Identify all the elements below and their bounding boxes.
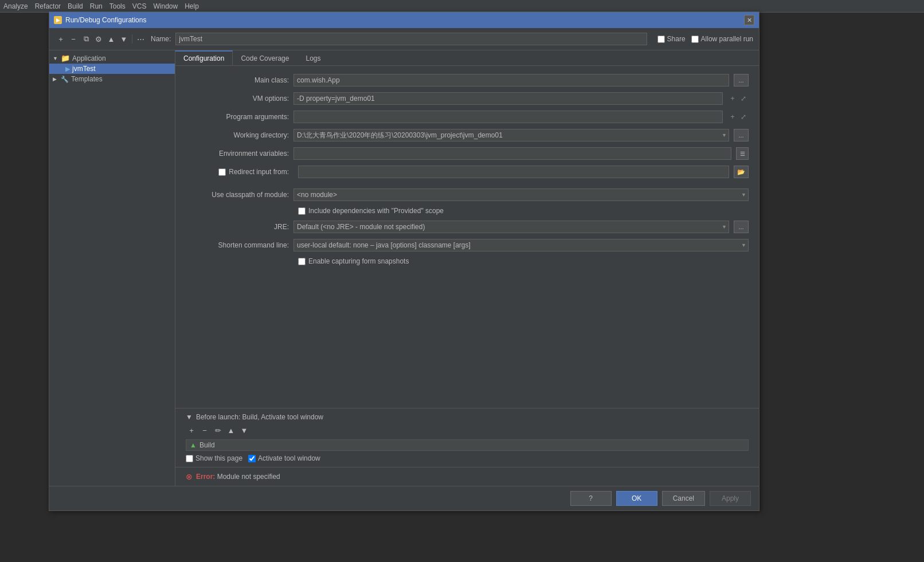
- main-class-input[interactable]: [293, 74, 729, 87]
- application-folder-icon: 📁: [61, 54, 70, 62]
- tree-item-templates[interactable]: ▶ 🔧 Templates: [49, 74, 175, 84]
- copy-config-button[interactable]: ⧉: [80, 33, 92, 45]
- allow-parallel-checkbox[interactable]: [691, 36, 699, 43]
- include-deps-row: Include dependencies with "Provided" sco…: [186, 207, 749, 215]
- share-checkbox-label[interactable]: Share: [657, 35, 686, 43]
- tree-item-application[interactable]: ▼ 📁 Application: [49, 53, 175, 64]
- environment-variables-edit-button[interactable]: ☰: [736, 147, 749, 160]
- templates-arrow-icon: ▶: [53, 76, 58, 82]
- main-class-label: Main class:: [186, 76, 289, 84]
- environment-variables-row: Environment variables: ☰: [186, 147, 749, 160]
- tab-configuration[interactable]: Configuration: [175, 50, 233, 65]
- dialog-titlebar: ▶ Run/Debug Configurations ✕: [49, 12, 759, 28]
- share-area: Share Allow parallel run: [657, 35, 753, 43]
- program-arguments-label: Program arguments:: [186, 113, 289, 121]
- move-down-button[interactable]: ▼: [118, 33, 130, 45]
- main-class-browse-button[interactable]: ...: [734, 74, 749, 87]
- working-directory-label: Working directory:: [186, 131, 289, 139]
- vm-options-expand-button[interactable]: ⤢: [738, 92, 749, 105]
- tab-code-coverage[interactable]: Code Coverage: [233, 50, 297, 65]
- dialog-icon: ▶: [54, 16, 62, 24]
- bottom-buttons: ? OK Cancel Apply: [49, 486, 759, 510]
- include-deps-label[interactable]: Include dependencies with "Provided" sco…: [298, 207, 444, 215]
- redirect-input-browse-button[interactable]: 📂: [734, 166, 749, 178]
- environment-variables-input[interactable]: [293, 147, 731, 160]
- prog-args-add-button[interactable]: +: [727, 111, 738, 123]
- toolbar: + − ⧉ ⚙ ▲ ▼ ⋯: [55, 33, 146, 45]
- jre-browse-button[interactable]: ...: [734, 221, 749, 233]
- before-launch-edit-button[interactable]: ✏: [212, 425, 224, 436]
- templates-label: Templates: [71, 75, 103, 83]
- help-button[interactable]: ?: [570, 491, 612, 506]
- working-directory-browse-button[interactable]: ...: [734, 129, 749, 142]
- vm-options-label: VM options:: [186, 95, 289, 103]
- redirect-input-input[interactable]: [298, 166, 729, 178]
- jre-label: JRE:: [186, 223, 289, 231]
- working-directory-input[interactable]: [293, 129, 729, 142]
- error-section: ⊗ Error: Module not specified: [175, 467, 759, 486]
- before-launch-up-button[interactable]: ▲: [225, 425, 237, 436]
- before-launch-section: ▼ Before launch: Build, Activate tool wi…: [175, 408, 759, 467]
- shorten-cmd-row: Shorten command line: user-local default…: [186, 239, 749, 251]
- working-directory-row: Working directory: ▼ ...: [186, 129, 749, 142]
- before-launch-header: ▼ Before launch: Build, Activate tool wi…: [186, 413, 749, 421]
- name-row: + − ⧉ ⚙ ▲ ▼ ⋯ Name: Share Allow parallel…: [49, 28, 759, 50]
- more-button[interactable]: ⋯: [135, 33, 146, 45]
- prog-args-expand-button[interactable]: ⤢: [738, 111, 749, 123]
- redirect-input-checkbox[interactable]: [218, 168, 226, 176]
- show-page-checkbox[interactable]: [186, 455, 193, 462]
- classpath-module-label: Use classpath of module:: [186, 191, 289, 199]
- activate-tool-checkbox[interactable]: [248, 455, 256, 462]
- error-text: Error: Module not specified: [196, 473, 280, 481]
- vm-options-row: VM options: + ⤢: [186, 92, 749, 105]
- add-config-button[interactable]: +: [55, 33, 66, 45]
- redirect-input-row: Redirect input from: 📂: [186, 166, 749, 178]
- shorten-cmd-select[interactable]: user-local default: none – java [options…: [293, 239, 749, 251]
- main-class-row: Main class: ...: [186, 74, 749, 87]
- jre-row: JRE: Default (<no JRE> - module not spec…: [186, 221, 749, 233]
- before-launch-build-item[interactable]: ▲ Build: [186, 439, 749, 451]
- enable-snapshots-checkbox[interactable]: [298, 258, 306, 265]
- include-deps-checkbox[interactable]: [298, 207, 306, 215]
- jvmtest-icon: ▶: [65, 65, 70, 73]
- before-launch-remove-button[interactable]: −: [199, 425, 210, 436]
- allow-parallel-checkbox-label[interactable]: Allow parallel run: [691, 35, 753, 43]
- classpath-module-select[interactable]: <no module>: [293, 188, 749, 201]
- remove-config-button[interactable]: −: [68, 33, 79, 45]
- share-checkbox[interactable]: [657, 36, 665, 43]
- classpath-module-row: Use classpath of module: <no module> ▼: [186, 188, 749, 201]
- tree-item-jvmtest[interactable]: ▶ jvmTest: [49, 64, 175, 74]
- activate-tool-label[interactable]: Activate tool window: [248, 454, 320, 462]
- program-arguments-input[interactable]: [293, 111, 723, 123]
- build-icon: ▲: [190, 441, 197, 449]
- vm-options-add-button[interactable]: +: [727, 92, 738, 105]
- close-button[interactable]: ✕: [744, 15, 754, 25]
- build-label: Build: [199, 441, 215, 449]
- name-input[interactable]: [175, 33, 647, 45]
- show-page-label[interactable]: Show this page: [186, 454, 242, 462]
- dialog-title: Run/Debug Configurations: [65, 16, 146, 24]
- before-launch-add-button[interactable]: +: [186, 425, 197, 436]
- before-launch-collapse-icon[interactable]: ▼: [186, 413, 193, 421]
- ok-button[interactable]: OK: [616, 491, 657, 506]
- enable-snapshots-label[interactable]: Enable capturing form snapshots: [298, 257, 409, 265]
- tab-logs[interactable]: Logs: [297, 50, 329, 65]
- program-arguments-row: Program arguments: + ⤢: [186, 111, 749, 123]
- error-icon: ⊗: [186, 472, 193, 481]
- vm-options-input[interactable]: [293, 92, 723, 105]
- settings-button[interactable]: ⚙: [93, 33, 104, 45]
- before-launch-down-button[interactable]: ▼: [238, 425, 250, 436]
- right-panel: Configuration Code Coverage Logs Main cl…: [175, 50, 759, 486]
- form-area: Main class: ... VM options: + ⤢: [175, 66, 759, 408]
- before-launch-toolbar: + − ✏ ▲ ▼: [186, 425, 749, 436]
- before-launch-label: Before launch: Build, Activate tool wind…: [196, 413, 323, 421]
- enable-snapshots-row: Enable capturing form snapshots: [186, 257, 749, 265]
- cancel-button[interactable]: Cancel: [662, 491, 705, 506]
- expand-arrow-icon: ▼: [53, 56, 58, 61]
- move-up-button[interactable]: ▲: [105, 33, 117, 45]
- jre-select[interactable]: Default (<no JRE> - module not specified…: [293, 221, 729, 233]
- templates-icon: 🔧: [61, 76, 69, 83]
- shorten-cmd-label: Shorten command line:: [186, 241, 289, 249]
- apply-button[interactable]: Apply: [710, 491, 751, 506]
- name-label: Name:: [151, 35, 171, 43]
